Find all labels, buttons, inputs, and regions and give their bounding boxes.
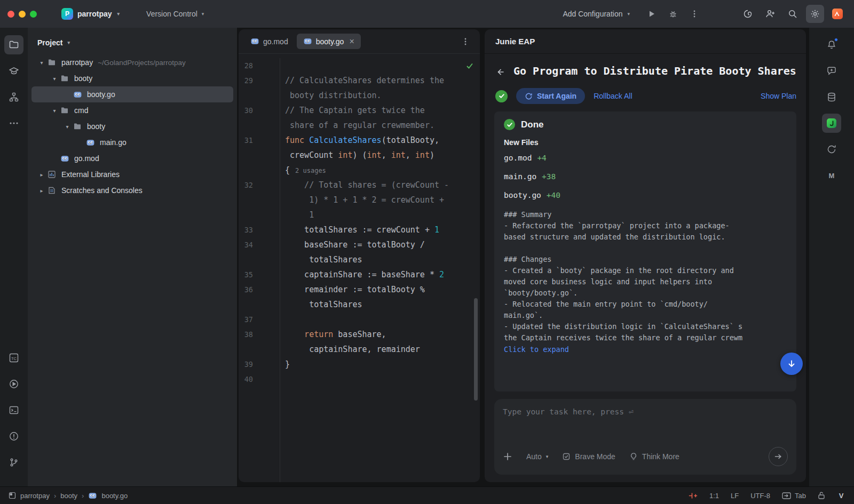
editor-options-icon[interactable] — [456, 33, 475, 51]
chevron-down-icon[interactable]: ▾ — [49, 108, 60, 114]
chevron-down-icon[interactable]: ▾ — [61, 124, 73, 130]
inspection-ok-icon[interactable] — [466, 62, 473, 70]
line-number — [239, 342, 253, 357]
collaborate-icon[interactable] — [761, 5, 779, 23]
code-line: 1) * 1 + 1 * 2 = crewCount + — [285, 193, 480, 207]
code-token: ) ( — [352, 150, 367, 160]
line-number — [239, 163, 253, 178]
debug-icon[interactable] — [664, 5, 682, 23]
tree-item[interactable]: ▾parrotpay~/GolandProjects/parrotpay — [31, 54, 233, 70]
start-again-button[interactable]: Start Again — [516, 88, 585, 104]
tree-item[interactable]: go.mod — [31, 150, 233, 166]
ai-assistant-icon[interactable] — [822, 61, 841, 81]
send-button[interactable] — [769, 447, 788, 466]
code-token: int — [338, 150, 352, 160]
vim-plugin-icon[interactable]: V — [837, 491, 845, 500]
search-icon[interactable] — [784, 5, 802, 23]
maven-icon[interactable]: M — [822, 166, 841, 185]
code-line: baseShare := totalBooty / — [285, 237, 480, 252]
breadcrumb-item[interactable]: booty.go — [101, 492, 128, 500]
caret-position-widget[interactable]: 1:1 — [709, 492, 719, 500]
tab-go.mod[interactable]: go.mod — [244, 34, 295, 49]
run-configuration-selector[interactable]: Add Configuration ▾ — [558, 7, 634, 21]
breadcrumb-item[interactable]: parrotpay — [20, 492, 50, 500]
junie-icon[interactable] — [822, 114, 841, 133]
think-more-toggle[interactable]: Think More — [629, 452, 679, 461]
structure-icon[interactable] — [4, 87, 23, 107]
close-window-button[interactable] — [7, 11, 14, 18]
project-panel-header[interactable]: Project ▾ — [28, 34, 237, 54]
chevron-right-icon[interactable]: ▸ — [36, 188, 48, 194]
minimize-window-button[interactable] — [19, 11, 26, 18]
tree-item[interactable]: booty.go — [31, 86, 233, 102]
services-icon[interactable] — [4, 374, 23, 394]
settings-icon[interactable] — [806, 5, 824, 23]
scroll-to-bottom-button[interactable] — [780, 353, 803, 375]
refresh-icon — [525, 92, 533, 100]
breadcrumb-item[interactable]: booty — [60, 492, 77, 500]
ai-icon[interactable] — [739, 5, 757, 23]
code-line: totalShares — [285, 297, 480, 312]
chevron-right-icon[interactable]: ▸ — [36, 172, 48, 178]
code-line — [285, 372, 480, 387]
add-configuration-label: Add Configuration — [563, 10, 622, 18]
maximize-window-button[interactable] — [30, 11, 37, 18]
notifications-icon[interactable] — [822, 35, 841, 54]
line-separator-widget[interactable]: LF — [731, 492, 739, 500]
changed-file[interactable]: main.go+38 — [504, 167, 787, 186]
project-switcher[interactable]: P parrotpay ▾ — [57, 5, 124, 22]
code-token: // CalculateShares determines the — [285, 76, 444, 85]
learn-icon[interactable] — [4, 61, 23, 81]
code-area[interactable]: 28293031323334353637383940 // CalculateS… — [239, 54, 480, 482]
left-strip-top — [4, 35, 23, 140]
mode-selector[interactable]: Auto ▾ — [526, 452, 548, 461]
code-line: totalShares — [285, 252, 480, 267]
project-panel-title: Project — [37, 38, 62, 47]
brave-mode-toggle[interactable]: Brave Mode — [562, 452, 615, 461]
project-folder-icon[interactable] — [4, 35, 23, 54]
task-input[interactable]: Type your task here, press ⏎ — [503, 407, 788, 416]
scratches-icon — [48, 186, 58, 195]
changed-file[interactable]: go.mod+4 — [504, 148, 787, 167]
changed-file[interactable]: booty.go+40 — [504, 186, 787, 204]
editor: go.modbooty.go× 282930313233343536373839… — [239, 29, 480, 482]
code-token: share of a regular crewmember. — [285, 121, 434, 130]
database-icon[interactable] — [822, 87, 841, 107]
tab-booty.go[interactable]: booty.go× — [297, 34, 361, 49]
show-plan-button[interactable]: Show Plan — [761, 92, 796, 100]
chevron-down-icon[interactable]: ▾ — [49, 76, 60, 82]
teamcity-icon[interactable]: TC — [4, 348, 23, 367]
read-only-toggle-icon[interactable] — [818, 491, 825, 500]
attach-button[interactable] — [503, 452, 512, 461]
avatar-icon[interactable] — [828, 5, 847, 23]
terminal-icon[interactable] — [4, 401, 23, 420]
junie-panel-header: Junie EAP — [485, 29, 806, 54]
tree-item[interactable]: ▸Scratches and Consoles — [31, 182, 233, 198]
tree-item[interactable]: ▾booty — [31, 118, 233, 134]
close-icon[interactable]: × — [349, 37, 354, 46]
arrow-down-icon — [787, 359, 796, 368]
code-line — [285, 58, 480, 73]
junie-panel: Junie EAP Go Program to Distribute Pirat… — [485, 29, 806, 482]
tree-item[interactable]: ▾cmd — [31, 102, 233, 118]
highlighting-level-icon[interactable] — [689, 492, 698, 499]
version-control-menu[interactable]: Version Control ▾ — [142, 7, 208, 21]
rollback-all-button[interactable]: Rollback All — [594, 92, 632, 100]
git-branch-icon[interactable] — [4, 453, 23, 472]
more-tools-icon[interactable] — [4, 114, 23, 133]
encoding-widget[interactable]: UTF-8 — [750, 492, 770, 500]
more-icon[interactable] — [685, 5, 703, 23]
history-icon[interactable] — [822, 140, 841, 159]
run-icon[interactable] — [643, 5, 661, 23]
code-line: {2 usages — [285, 163, 480, 178]
tree-item[interactable]: main.go — [31, 134, 233, 150]
tree-item[interactable]: ▾booty — [31, 70, 233, 86]
indent-widget[interactable]: Tab — [782, 492, 806, 500]
expand-link[interactable]: Click to expand — [504, 345, 569, 354]
chevron-down-icon[interactable]: ▾ — [36, 60, 48, 66]
problems-icon[interactable] — [4, 427, 23, 446]
editor-scrollbar[interactable] — [474, 298, 478, 401]
back-icon[interactable] — [495, 66, 506, 78]
tree-item[interactable]: ▸External Libraries — [31, 166, 233, 182]
code-token: totalShares — [285, 255, 362, 265]
